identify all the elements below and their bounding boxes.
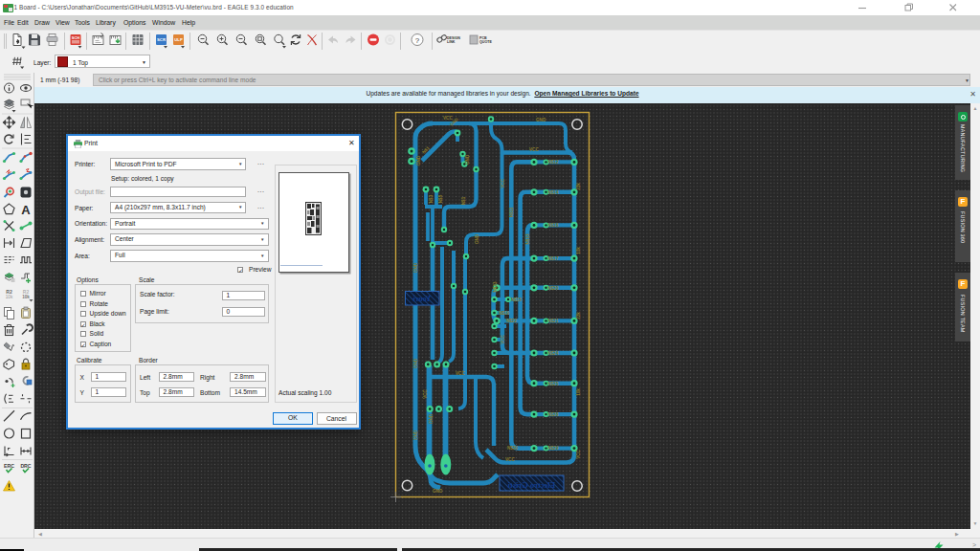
svg-text:VCC: VCC — [501, 178, 505, 187]
svg-text:VCC: VCC — [505, 457, 515, 462]
svg-text:ULP: ULP — [174, 37, 183, 42]
svg-text:VCC: VCC — [423, 388, 428, 398]
svg-text:N$21: N$21 — [548, 319, 559, 323]
svg-text:N$17: N$17 — [548, 256, 559, 261]
svg-text:10k: 10k — [576, 388, 581, 396]
svg-text:QUOTE: QUOTE — [479, 40, 492, 44]
svg-text:VCC: VCC — [576, 449, 581, 458]
svg-text:GND: GND — [413, 358, 418, 368]
svg-text:N$20: N$20 — [548, 286, 559, 291]
svg-text:10k: 10k — [6, 295, 13, 299]
svg-text:R2: R2 — [23, 289, 30, 295]
svg-text:SCR: SCR — [157, 37, 166, 42]
svg-text:N$19: N$19 — [499, 311, 509, 316]
svg-text:10k: 10k — [22, 295, 30, 299]
svg-text:N$14: N$14 — [548, 190, 559, 195]
svg-text:Youri: Youri — [412, 295, 432, 303]
svg-text:GND: GND — [433, 489, 443, 494]
svg-text:N$30: N$30 — [507, 446, 518, 451]
svg-text:SCH: SCH — [72, 35, 80, 40]
svg-text:N$5: N$5 — [438, 194, 443, 203]
svg-text:GND: GND — [536, 118, 546, 122]
svg-text:R2: R2 — [6, 289, 12, 295]
svg-text:GND: GND — [413, 262, 418, 273]
svg-text:N$12: N$12 — [548, 160, 559, 165]
svg-text:ERC: ERC — [4, 463, 14, 469]
svg-text:N$1: N$1 — [461, 196, 466, 205]
svg-text:DRC: DRC — [20, 463, 31, 469]
svg-text:Electro Gristi: Electro Gristi — [507, 480, 555, 490]
svg-text:VCC: VCC — [501, 334, 505, 343]
svg-text:GND: GND — [465, 154, 470, 165]
svg-text:10k: 10k — [576, 247, 581, 254]
svg-text:VCC: VCC — [456, 371, 465, 376]
svg-text:GND: GND — [475, 233, 479, 244]
svg-text:N$16: N$16 — [548, 223, 559, 228]
svg-text:GND: GND — [429, 413, 434, 424]
svg-text:A: A — [21, 203, 31, 217]
svg-text:LINK: LINK — [447, 40, 456, 44]
svg-text:N$24: N$24 — [548, 351, 559, 356]
svg-text:GND: GND — [413, 430, 418, 440]
svg-text:?: ? — [415, 36, 420, 45]
svg-text:22k: 22k — [576, 312, 581, 320]
svg-text:VCC: VCC — [529, 147, 539, 152]
svg-text:N$3: N$3 — [429, 194, 434, 203]
svg-text:N$28: N$28 — [548, 412, 559, 417]
svg-text:N$25: N$25 — [548, 382, 559, 386]
svg-text:N$22: N$22 — [506, 319, 517, 323]
svg-text:N$11: N$11 — [509, 207, 514, 217]
svg-text:VCC: VCC — [443, 116, 453, 121]
svg-text:N$23: N$23 — [493, 281, 498, 292]
svg-text:N$13: N$13 — [525, 233, 530, 244]
svg-text:N$15: N$15 — [511, 298, 522, 302]
svg-text:GND: GND — [416, 155, 421, 165]
svg-text:22k: 22k — [576, 183, 581, 190]
svg-text:N$29: N$29 — [548, 446, 559, 451]
